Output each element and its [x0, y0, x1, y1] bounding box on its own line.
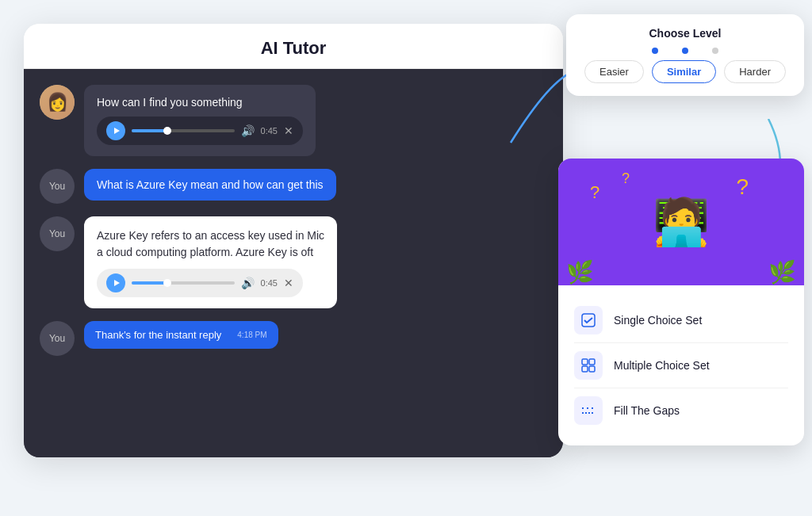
ai-response-row: You Azure Key refers to an access key us…	[40, 216, 547, 308]
option-single-choice[interactable]: Single Choice Set	[574, 298, 788, 343]
progress-bar-2[interactable]	[132, 281, 235, 285]
dot-similar	[682, 48, 688, 54]
time-label-1: 0:45	[261, 126, 278, 136]
question-mark-1: ?	[736, 174, 749, 200]
question-mark-2: ?	[622, 170, 630, 187]
chat-header: AI Tutor	[24, 24, 563, 69]
user-message-text-1: What is Azure Key mean and how can get t…	[97, 178, 324, 191]
harder-button[interactable]: Harder	[724, 60, 786, 83]
close-button-2[interactable]: ✕	[284, 277, 293, 289]
time-label-2: 0:45	[261, 278, 278, 288]
volume-icon-1[interactable]: 🔊	[241, 124, 255, 137]
play-button-1[interactable]	[106, 121, 125, 140]
dots-row	[585, 48, 785, 54]
ai-message-row-1: 👩 How can I find you something 🔊 0:45 ✕	[40, 85, 547, 156]
progress-bar-1[interactable]	[132, 129, 235, 132]
user-bubble-1: What is Azure Key mean and how can get t…	[84, 169, 336, 201]
multiple-choice-icon	[574, 351, 603, 380]
audio-player-2[interactable]: 🔊 0:45 ✕	[97, 269, 303, 297]
chat-window: AI Tutor 👩 How can I find you something …	[24, 24, 563, 457]
plants-left: 🌿	[566, 259, 594, 285]
user-message-text-2: Thank's for the instant reply	[95, 329, 221, 341]
choose-level-card: Choose Level Easier Similar Harder	[566, 14, 804, 96]
single-choice-icon	[574, 306, 603, 334]
option-fill-gaps[interactable]: Fill The Gaps	[574, 388, 788, 433]
progress-fill-2	[132, 281, 167, 285]
ai-bubble-1: How can I find you something 🔊 0:45 ✕	[84, 85, 316, 156]
question-mark-3: ?	[590, 182, 599, 203]
question-card-header: ? ? ? 🧑‍💻 🌿 🌿	[558, 159, 804, 285]
user-message-row-1: You What is Azure Key mean and how can g…	[40, 169, 547, 204]
user-label-1: You	[40, 169, 75, 204]
easier-button[interactable]: Easier	[584, 60, 644, 83]
user-label-2: You	[40, 216, 75, 251]
dot-easier	[652, 48, 658, 54]
fill-gaps-icon	[574, 396, 603, 425]
svg-rect-6	[589, 366, 595, 372]
svg-rect-5	[582, 366, 588, 372]
svg-rect-3	[582, 359, 588, 365]
user-label-3: You	[40, 321, 75, 356]
progress-dot-2	[163, 279, 171, 287]
ai-response-bubble: Azure Key refers to an access key used i…	[84, 216, 337, 308]
user-bubble-2: Thank's for the instant reply 4:18 PM	[84, 321, 278, 349]
progress-dot-1	[163, 127, 171, 135]
avatar: 👩	[40, 85, 75, 120]
page-title: AI Tutor	[24, 38, 563, 59]
svg-rect-4	[589, 359, 595, 365]
dot-harder	[712, 48, 718, 54]
choose-level-title: Choose Level	[585, 27, 785, 40]
chat-area: 👩 How can I find you something 🔊 0:45 ✕	[24, 69, 563, 457]
plants-right: 🌿	[768, 259, 796, 285]
avatar-image: 👩	[40, 85, 75, 120]
person-illustration: 🧑‍💻	[653, 195, 710, 249]
audio-player-1[interactable]: 🔊 0:45 ✕	[97, 117, 303, 145]
ai-message-text-1: How can I find you something	[97, 96, 303, 109]
question-card: ? ? ? 🧑‍💻 🌿 🌿 Single Choice Set	[558, 159, 804, 445]
message-timestamp: 4:18 PM	[237, 331, 266, 339]
play-button-2[interactable]	[106, 273, 125, 292]
user-message-row-2: You Thank's for the instant reply 4:18 P…	[40, 321, 547, 356]
level-buttons: Easier Similar Harder	[585, 60, 785, 83]
option-multiple-choice[interactable]: Multiple Choice Set	[574, 343, 788, 388]
question-options: Single Choice Set Multiple Choice Set	[558, 285, 804, 445]
volume-icon-2[interactable]: 🔊	[241, 277, 255, 289]
option-multiple-choice-label: Multiple Choice Set	[614, 359, 710, 372]
ai-response-text: Azure Key refers to an access key used i…	[97, 227, 324, 261]
similar-button[interactable]: Similar	[652, 60, 716, 83]
close-button-1[interactable]: ✕	[284, 124, 293, 137]
progress-fill-1	[132, 129, 167, 132]
option-single-choice-label: Single Choice Set	[614, 314, 702, 327]
chat-fade	[24, 410, 563, 457]
option-fill-gaps-label: Fill The Gaps	[614, 404, 680, 417]
